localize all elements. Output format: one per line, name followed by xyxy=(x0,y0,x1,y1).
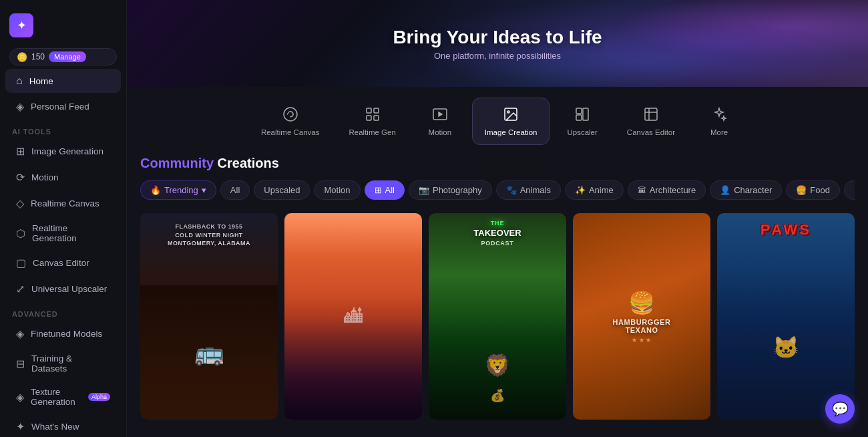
sidebar-item-home[interactable]: ⌂ Home xyxy=(5,69,121,93)
texture-icon: ◈ xyxy=(16,391,24,404)
sidebar-item-label: Canvas Editor xyxy=(33,258,89,268)
grid-item[interactable]: FLASHBACK TO 1955COLD WINTER NIGHTMONTGO… xyxy=(140,213,278,420)
community-title-highlight: Community xyxy=(140,156,214,170)
sidebar-item-motion[interactable]: ⟳ Motion xyxy=(5,165,121,190)
hero-subtitle: One platform, infinite possibilities xyxy=(434,51,561,61)
svg-rect-2 xyxy=(367,116,371,120)
sidebar-item-universal-upscaler[interactable]: ⤢ Universal Upscaler xyxy=(5,277,121,301)
motion-icon: ⟳ xyxy=(16,171,25,184)
tool-more[interactable]: More xyxy=(692,98,746,144)
filter-label: Upscaled xyxy=(264,185,300,195)
sidebar-item-finetuned-models[interactable]: ◈ Finetuned Models xyxy=(5,321,121,346)
upscaler-tool-icon xyxy=(574,106,590,125)
tool-label: Motion xyxy=(429,128,452,136)
filter-label: Motion xyxy=(324,185,350,195)
filter-motion[interactable]: Motion xyxy=(314,180,360,200)
sidebar-item-label: Realtime Generation xyxy=(32,223,110,243)
grid-item[interactable]: THE TAKEOVER PODCAST 🦁 💰 xyxy=(429,213,566,420)
filter-food[interactable]: 🍔 Food xyxy=(786,180,840,200)
finetuned-icon: ◈ xyxy=(16,327,24,340)
image-generation-icon: ⊞ xyxy=(16,145,25,158)
svg-point-6 xyxy=(507,111,509,113)
tool-upscaler[interactable]: Upscaler xyxy=(555,98,609,144)
animals-icon: 🐾 xyxy=(506,185,517,195)
filter-architecture[interactable]: 🏛 Architecture xyxy=(628,180,706,200)
grid-item[interactable]: 🍔 HAMBURGGERTEXANO ★ ★ ★ xyxy=(573,213,710,420)
architecture-icon: 🏛 xyxy=(638,185,646,195)
realtime-canvas-tool-icon xyxy=(282,106,298,125)
tool-motion[interactable]: Motion xyxy=(413,98,467,144)
filter-character[interactable]: 👤 Character xyxy=(710,180,782,200)
sidebar-item-label: Training & Datasets xyxy=(31,353,110,374)
sidebar-item-label: Personal Feed xyxy=(31,102,89,112)
grid-item[interactable]: PAWS 🐱 xyxy=(717,213,855,420)
tool-realtime-canvas[interactable]: Realtime Canvas xyxy=(249,98,332,144)
sidebar-item-label: Universal Upscaler xyxy=(31,284,107,294)
sidebar-item-label: Finetuned Models xyxy=(31,329,102,339)
image-creation-tool-icon xyxy=(503,106,519,125)
sidebar-item-texture-generation[interactable]: ◈ Texture Generation Alpha xyxy=(5,381,121,413)
coin-icon: 🪙 xyxy=(17,52,27,62)
tool-label: Canvas Editor xyxy=(627,128,675,136)
filter-all-active[interactable]: ⊞ All xyxy=(365,180,405,200)
ai-tools-section-label: AI Tools xyxy=(0,120,126,138)
filter-photography[interactable]: 📷 Photography xyxy=(409,180,492,200)
logo-area: ✦ xyxy=(0,8,126,48)
chat-bubble-button[interactable]: 💬 xyxy=(825,394,855,424)
community-section: Community Creations 🔥 Trending ▾ All Ups… xyxy=(127,156,868,430)
scifi-icon: 🚀 xyxy=(854,185,855,195)
tool-label: Upscaler xyxy=(567,128,597,136)
tool-image-creation[interactable]: Image Creation xyxy=(472,98,550,145)
filter-label: All xyxy=(385,185,395,195)
filter-sci-fi[interactable]: 🚀 Sci-Fi xyxy=(844,180,855,200)
sidebar-item-label: What's New xyxy=(31,422,79,432)
more-tool-icon xyxy=(711,106,727,125)
anime-icon: ✨ xyxy=(575,185,586,195)
svg-rect-9 xyxy=(576,115,582,120)
credits-count: 150 xyxy=(31,52,45,61)
filter-label: Photography xyxy=(433,185,482,195)
filter-label: Anime xyxy=(589,185,614,195)
filter-label: Animals xyxy=(520,185,551,195)
canvas-editor-tool-icon xyxy=(643,106,659,125)
sidebar-item-training-datasets[interactable]: ⊟ Training & Datasets xyxy=(5,347,121,380)
realtime-canvas-icon: ◇ xyxy=(16,197,24,210)
upscaler-icon: ⤢ xyxy=(16,283,25,295)
tool-canvas-editor[interactable]: Canvas Editor xyxy=(615,98,687,144)
filter-animals[interactable]: 🐾 Animals xyxy=(496,180,561,200)
trending-icon: 🔥 xyxy=(150,185,161,195)
community-title: Community Creations xyxy=(140,156,855,171)
realtime-gen-tool-icon xyxy=(365,106,381,125)
filter-bar: 🔥 Trending ▾ All Upscaled Motion ⊞ All 📷… xyxy=(140,180,855,202)
food-icon: 🍔 xyxy=(796,185,807,195)
sidebar-item-image-generation[interactable]: ⊞ Image Generation xyxy=(5,139,121,164)
logo-icon: ✦ xyxy=(9,13,33,37)
sidebar-item-realtime-generation[interactable]: ⬡ Realtime Generation xyxy=(5,217,121,249)
svg-rect-1 xyxy=(374,108,379,113)
tool-label: Image Creation xyxy=(485,128,537,136)
sidebar-item-label: Motion xyxy=(31,172,59,182)
toolbar: Realtime Canvas Realtime Gen xyxy=(127,87,868,156)
hero-banner: Bring Your Ideas to Life One platform, i… xyxy=(127,0,868,87)
sidebar-item-realtime-canvas[interactable]: ◇ Realtime Canvas xyxy=(5,191,121,216)
filter-upscaled[interactable]: Upscaled xyxy=(254,180,310,200)
advanced-section-label: Advanced xyxy=(0,302,126,321)
sidebar-item-canvas-editor[interactable]: ▢ Canvas Editor xyxy=(5,251,121,275)
sidebar-item-label: Texture Generation xyxy=(31,387,79,407)
personal-feed-icon: ◈ xyxy=(16,100,24,113)
grid-item[interactable]: 🏙 xyxy=(284,213,422,420)
sidebar-item-label: Home xyxy=(29,76,53,86)
home-icon: ⌂ xyxy=(16,75,23,87)
sidebar-item-whats-new[interactable]: ✦ What's New xyxy=(5,414,121,437)
filter-anime[interactable]: ✨ Anime xyxy=(565,180,624,200)
filter-trending[interactable]: 🔥 Trending ▾ xyxy=(140,180,216,200)
tool-realtime-gen[interactable]: Realtime Gen xyxy=(337,98,408,144)
sidebar-item-personal-feed[interactable]: ◈ Personal Feed xyxy=(5,94,121,119)
filter-all-plain[interactable]: All xyxy=(220,180,250,200)
canvas-editor-icon: ▢ xyxy=(16,257,26,269)
filter-label: Character xyxy=(734,185,772,195)
sidebar-item-label: Image Generation xyxy=(31,146,103,156)
manage-button[interactable]: Manage xyxy=(49,51,86,62)
realtime-gen-icon: ⬡ xyxy=(16,227,25,240)
svg-rect-3 xyxy=(374,116,379,120)
